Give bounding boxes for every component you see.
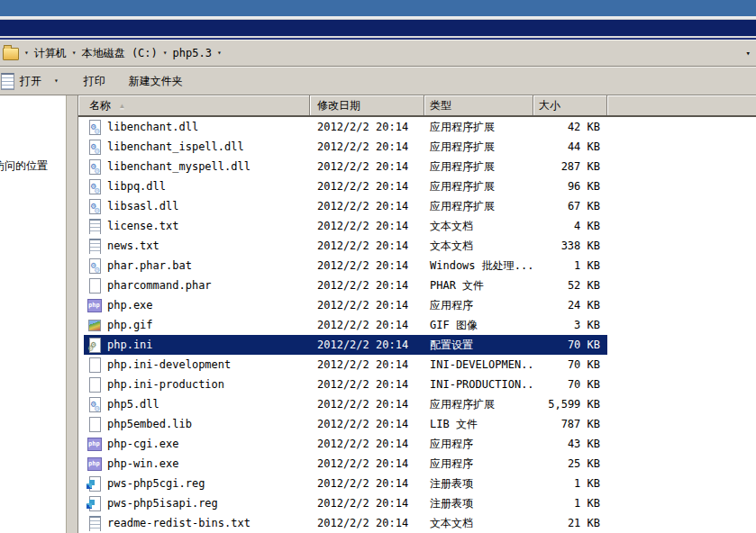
file-name-cell[interactable]: php.exe: [84, 298, 310, 313]
recent-places-label[interactable]: 访问的位置: [0, 158, 48, 174]
table-row[interactable]: libenchant.dll 2012/2/2 20:14 应用程序扩展 42 …: [78, 117, 756, 137]
table-row[interactable]: php.gif 2012/2/2 20:14 GIF 图像 3 KB: [78, 315, 756, 335]
file-size-cell: 1 KB: [533, 497, 607, 510]
column-header-type[interactable]: 类型: [424, 95, 533, 115]
table-row[interactable]: php.exe 2012/2/2 20:14 应用程序 24 KB: [78, 295, 756, 315]
file-name-cell[interactable]: license.txt: [84, 219, 310, 234]
file-name-cell[interactable]: php.ini-production: [84, 377, 310, 393]
file-name-cell[interactable]: libenchant_myspell.dll: [84, 159, 310, 175]
file-type-cell: 应用程序扩展: [424, 159, 533, 175]
table-row[interactable]: php-win.exe 2012/2/2 20:14 应用程序 25 KB: [78, 454, 756, 474]
address-history-dropdown-icon[interactable]: ▾: [746, 49, 751, 58]
file-name-cell[interactable]: libenchant_ispell.dll: [84, 140, 310, 155]
table-row[interactable]: libpq.dll 2012/2/2 20:14 应用程序扩展 96 KB: [78, 176, 756, 196]
pane-divider[interactable]: [66, 95, 78, 533]
command-toolbar: 打开 ▾ 打印 新建文件夹: [0, 67, 756, 95]
chevron-down-icon[interactable]: ▾: [217, 50, 222, 57]
file-size-cell: 1 KB: [533, 259, 607, 272]
file-size-cell: 5,599 KB: [533, 398, 607, 411]
file-name-cell[interactable]: php.ini: [84, 338, 310, 353]
plain-doc-icon: [87, 377, 102, 393]
file-name-cell[interactable]: phar.phar.bat: [84, 258, 310, 274]
open-dropdown-button[interactable]: ▾: [47, 75, 66, 87]
open-button-label: 打开: [20, 74, 41, 89]
file-name-cell[interactable]: php.ini-development: [84, 357, 310, 373]
table-row[interactable]: libsasl.dll 2012/2/2 20:14 应用程序扩展 67 KB: [78, 196, 756, 216]
navigation-pane[interactable]: 访问的位置: [0, 95, 66, 533]
file-date-cell: 2012/2/2 20:14: [310, 497, 424, 510]
table-row[interactable]: news.txt 2012/2/2 20:14 文本文档 338 KB: [78, 236, 756, 256]
file-size-cell: 96 KB: [533, 180, 607, 193]
chevron-down-icon[interactable]: ▾: [72, 50, 77, 57]
column-header-label: 大小: [539, 98, 560, 113]
file-name: php.ini: [107, 339, 153, 351]
column-header-name[interactable]: 名称 ▲: [78, 95, 310, 115]
table-row[interactable]: php5embed.lib 2012/2/2 20:14 LIB 文件 787 …: [78, 414, 756, 434]
file-date-cell: 2012/2/2 20:14: [310, 358, 424, 371]
file-name-cell[interactable]: news.txt: [84, 239, 310, 254]
table-row[interactable]: pws-php5cgi.reg 2012/2/2 20:14 注册表项 1 KB: [78, 474, 756, 493]
explorer-window: ▾ 计算机 ▾ 本地磁盘 (C:) ▾ php5.3 ▾ ▾ 打开 ▾ 打印 新…: [0, 0, 756, 533]
file-name-cell[interactable]: libsasl.dll: [84, 199, 310, 214]
breadcrumb-php53[interactable]: php5.3 ▾: [171, 47, 225, 59]
file-name-cell[interactable]: libpq.dll: [84, 179, 310, 194]
new-folder-button[interactable]: 新建文件夹: [123, 71, 188, 92]
file-size-cell: 4 KB: [533, 220, 607, 232]
file-type-cell: LIB 文件: [424, 417, 533, 432]
file-name-cell[interactable]: libenchant.dll: [84, 120, 310, 135]
file-name-cell[interactable]: pws-php5isapi.reg: [84, 496, 310, 511]
table-row[interactable]: license.txt 2012/2/2 20:14 文本文档 4 KB: [78, 216, 756, 236]
address-bar[interactable]: ▾ 计算机 ▾ 本地磁盘 (C:) ▾ php5.3 ▾ ▾: [0, 40, 756, 67]
file-name: libenchant_ispell.dll: [107, 140, 244, 153]
file-size-cell: 3 KB: [533, 319, 607, 331]
file-name: php-cgi.exe: [107, 438, 178, 450]
file-type-cell: 应用程序扩展: [424, 140, 533, 155]
file-type-cell: 应用程序扩展: [424, 397, 533, 412]
breadcrumb-computer[interactable]: 计算机 ▾: [32, 46, 80, 61]
chevron-down-icon[interactable]: ▾: [163, 50, 168, 57]
file-name-cell[interactable]: pharcommand.phar: [84, 278, 310, 294]
table-row[interactable]: php.ini 2012/2/2 20:14 配置设置 70 KB: [78, 335, 756, 355]
file-name-cell[interactable]: php-win.exe: [84, 456, 310, 472]
column-header-size[interactable]: 大小: [533, 95, 607, 115]
chevron-down-icon[interactable]: ▾: [24, 50, 29, 57]
table-row[interactable]: libenchant_ispell.dll 2012/2/2 20:14 应用程…: [78, 137, 756, 157]
open-button[interactable]: 打开: [14, 71, 47, 92]
file-name: php.ini-production: [107, 378, 224, 391]
file-type-cell: INI-PRODUCTION...: [424, 378, 533, 391]
table-row[interactable]: php.ini-production 2012/2/2 20:14 INI-PR…: [78, 375, 756, 394]
file-name: php.exe: [107, 299, 153, 312]
file-date-cell: 2012/2/2 20:14: [310, 438, 424, 450]
table-row[interactable]: php.ini-development 2012/2/2 20:14 INI-D…: [78, 355, 756, 375]
column-header-label: 名称: [89, 98, 111, 113]
file-type-cell: 应用程序: [424, 456, 533, 472]
table-row[interactable]: phar.phar.bat 2012/2/2 20:14 Windows 批处理…: [78, 256, 756, 276]
file-name-cell[interactable]: php5.dll: [84, 397, 310, 412]
table-row[interactable]: readme-redist-bins.txt 2012/2/2 20:14 文本…: [78, 513, 756, 533]
dll-icon: [87, 397, 102, 412]
file-name: pws-php5cgi.reg: [107, 477, 205, 490]
txt-icon: [87, 239, 102, 254]
file-name-cell[interactable]: php5embed.lib: [84, 417, 310, 432]
file-name-cell[interactable]: php.gif: [84, 318, 310, 333]
file-date-cell: 2012/2/2 20:14: [310, 299, 424, 312]
breadcrumb-label[interactable]: 计算机: [34, 46, 67, 61]
file-name-cell[interactable]: php-cgi.exe: [84, 437, 310, 452]
table-row[interactable]: pws-php5isapi.reg 2012/2/2 20:14 注册表项 1 …: [78, 493, 756, 513]
column-header-date[interactable]: 修改日期: [310, 95, 424, 115]
table-row[interactable]: php5.dll 2012/2/2 20:14 应用程序扩展 5,599 KB: [78, 394, 756, 414]
print-button[interactable]: 打印: [78, 71, 111, 92]
file-name-cell[interactable]: readme-redist-bins.txt: [84, 516, 310, 531]
table-row[interactable]: pharcommand.phar 2012/2/2 20:14 PHAR 文件 …: [78, 276, 756, 295]
breadcrumb-local-disk-c[interactable]: 本地磁盘 (C:) ▾: [80, 46, 171, 61]
file-size-cell: 70 KB: [533, 358, 607, 371]
table-row[interactable]: php-cgi.exe 2012/2/2 20:14 应用程序 43 KB: [78, 434, 756, 454]
file-name: readme-redist-bins.txt: [107, 517, 250, 529]
breadcrumb-label[interactable]: 本地磁盘 (C:): [82, 46, 158, 61]
table-row[interactable]: libenchant_myspell.dll 2012/2/2 20:14 应用…: [78, 157, 756, 176]
file-list-pane: 名称 ▲ 修改日期 类型 大小 libenchant.dll 2: [78, 95, 756, 533]
breadcrumb-label[interactable]: php5.3: [173, 47, 212, 59]
file-name-cell[interactable]: pws-php5cgi.reg: [84, 476, 310, 492]
folder-icon: [3, 48, 19, 60]
dll-icon: [87, 159, 102, 175]
